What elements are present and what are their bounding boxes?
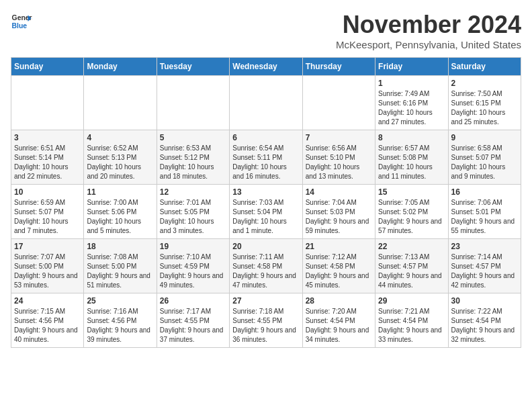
day-number: 8 — [378, 133, 445, 142]
week-row-2: 3Sunrise: 6:51 AM Sunset: 5:14 PM Daylig… — [11, 130, 521, 185]
day-number: 18 — [87, 242, 153, 251]
day-number: 27 — [232, 296, 299, 306]
day-info: Sunrise: 7:50 AM Sunset: 6:15 PM Dayligh… — [451, 89, 518, 127]
day-number: 19 — [160, 242, 226, 251]
day-cell: 12Sunrise: 7:01 AM Sunset: 5:05 PM Dayli… — [157, 185, 229, 239]
day-info: Sunrise: 7:15 AM Sunset: 4:56 PM Dayligh… — [14, 307, 81, 345]
day-info: Sunrise: 7:03 AM Sunset: 5:04 PM Dayligh… — [232, 198, 299, 236]
day-info: Sunrise: 7:16 AM Sunset: 4:56 PM Dayligh… — [87, 307, 153, 345]
day-info: Sunrise: 6:53 AM Sunset: 5:12 PM Dayligh… — [160, 144, 226, 181]
location-title: McKeesport, Pennsylvania, United States — [336, 39, 521, 50]
day-number: 22 — [378, 242, 445, 251]
day-number: 11 — [87, 187, 153, 197]
day-cell: 5Sunrise: 6:53 AM Sunset: 5:12 PM Daylig… — [157, 130, 229, 185]
day-number: 2 — [451, 79, 518, 88]
day-info: Sunrise: 7:17 AM Sunset: 4:55 PM Dayligh… — [160, 307, 226, 345]
day-cell: 3Sunrise: 6:51 AM Sunset: 5:14 PM Daylig… — [11, 130, 84, 185]
week-row-3: 10Sunrise: 6:59 AM Sunset: 5:07 PM Dayli… — [11, 185, 521, 239]
day-number: 6 — [232, 133, 299, 142]
day-number: 12 — [160, 187, 226, 197]
day-number: 20 — [232, 242, 299, 251]
weekday-header-tuesday: Tuesday — [157, 58, 229, 76]
day-info: Sunrise: 7:00 AM Sunset: 5:06 PM Dayligh… — [87, 198, 153, 236]
day-info: Sunrise: 7:21 AM Sunset: 4:54 PM Dayligh… — [378, 307, 445, 345]
day-cell: 28Sunrise: 7:20 AM Sunset: 4:54 PM Dayli… — [302, 293, 375, 348]
day-info: Sunrise: 7:06 AM Sunset: 5:01 PM Dayligh… — [451, 198, 518, 236]
day-cell: 25Sunrise: 7:16 AM Sunset: 4:56 PM Dayli… — [84, 293, 157, 348]
month-title: November 2024 — [336, 11, 521, 39]
day-cell: 2Sunrise: 7:50 AM Sunset: 6:15 PM Daylig… — [448, 76, 521, 130]
weekday-header-thursday: Thursday — [302, 58, 375, 76]
day-info: Sunrise: 6:52 AM Sunset: 5:13 PM Dayligh… — [87, 144, 153, 181]
weekday-header-sunday: Sunday — [11, 58, 84, 76]
day-info: Sunrise: 6:51 AM Sunset: 5:14 PM Dayligh… — [14, 144, 81, 181]
day-number: 10 — [14, 187, 81, 197]
day-cell: 9Sunrise: 6:58 AM Sunset: 5:07 PM Daylig… — [448, 130, 521, 185]
day-cell: 15Sunrise: 7:05 AM Sunset: 5:02 PM Dayli… — [375, 185, 448, 239]
day-cell: 23Sunrise: 7:14 AM Sunset: 4:57 PM Dayli… — [448, 239, 521, 293]
day-info: Sunrise: 6:59 AM Sunset: 5:07 PM Dayligh… — [14, 198, 81, 236]
day-number: 9 — [451, 133, 518, 142]
day-info: Sunrise: 6:54 AM Sunset: 5:11 PM Dayligh… — [232, 144, 299, 181]
day-number: 14 — [306, 187, 372, 197]
day-cell: 11Sunrise: 7:00 AM Sunset: 5:06 PM Dayli… — [84, 185, 157, 239]
weekday-header-wednesday: Wednesday — [230, 58, 302, 76]
day-number: 21 — [306, 242, 372, 251]
logo: General Blue — [11, 11, 32, 32]
day-cell: 29Sunrise: 7:21 AM Sunset: 4:54 PM Dayli… — [375, 293, 448, 348]
day-number: 25 — [87, 296, 153, 306]
day-number: 13 — [232, 187, 299, 197]
day-cell: 8Sunrise: 6:57 AM Sunset: 5:08 PM Daylig… — [375, 130, 448, 185]
day-number: 4 — [87, 133, 153, 142]
day-cell: 21Sunrise: 7:12 AM Sunset: 4:58 PM Dayli… — [302, 239, 375, 293]
day-cell: 13Sunrise: 7:03 AM Sunset: 5:04 PM Dayli… — [230, 185, 302, 239]
day-info: Sunrise: 7:04 AM Sunset: 5:03 PM Dayligh… — [306, 198, 372, 236]
day-cell: 24Sunrise: 7:15 AM Sunset: 4:56 PM Dayli… — [11, 293, 84, 348]
day-number: 16 — [451, 187, 518, 197]
day-info: Sunrise: 7:10 AM Sunset: 4:59 PM Dayligh… — [160, 253, 226, 290]
day-cell: 16Sunrise: 7:06 AM Sunset: 5:01 PM Dayli… — [448, 185, 521, 239]
weekday-header-friday: Friday — [375, 58, 448, 76]
week-row-4: 17Sunrise: 7:07 AM Sunset: 5:00 PM Dayli… — [11, 239, 521, 293]
day-cell: 18Sunrise: 7:08 AM Sunset: 5:00 PM Dayli… — [84, 239, 157, 293]
svg-text:Blue: Blue — [12, 22, 28, 30]
day-cell — [157, 76, 229, 130]
day-cell: 7Sunrise: 6:56 AM Sunset: 5:10 PM Daylig… — [302, 130, 375, 185]
day-number: 5 — [160, 133, 226, 142]
day-cell: 4Sunrise: 6:52 AM Sunset: 5:13 PM Daylig… — [84, 130, 157, 185]
day-cell: 14Sunrise: 7:04 AM Sunset: 5:03 PM Dayli… — [302, 185, 375, 239]
day-info: Sunrise: 7:20 AM Sunset: 4:54 PM Dayligh… — [306, 307, 372, 345]
day-info: Sunrise: 6:56 AM Sunset: 5:10 PM Dayligh… — [306, 144, 372, 181]
day-cell — [302, 76, 375, 130]
day-info: Sunrise: 7:05 AM Sunset: 5:02 PM Dayligh… — [378, 198, 445, 236]
day-cell: 19Sunrise: 7:10 AM Sunset: 4:59 PM Dayli… — [157, 239, 229, 293]
day-cell: 10Sunrise: 6:59 AM Sunset: 5:07 PM Dayli… — [11, 185, 84, 239]
day-number: 15 — [378, 187, 445, 197]
day-info: Sunrise: 7:08 AM Sunset: 5:00 PM Dayligh… — [87, 253, 153, 290]
day-info: Sunrise: 7:07 AM Sunset: 5:00 PM Dayligh… — [14, 253, 81, 290]
day-number: 23 — [451, 242, 518, 251]
weekday-header-saturday: Saturday — [448, 58, 521, 76]
day-number: 29 — [378, 296, 445, 306]
day-info: Sunrise: 7:22 AM Sunset: 4:54 PM Dayligh… — [451, 307, 518, 345]
header: General Blue November 2024 McKeesport, P… — [11, 11, 521, 50]
day-number: 26 — [160, 296, 226, 306]
day-cell: 17Sunrise: 7:07 AM Sunset: 5:00 PM Dayli… — [11, 239, 84, 293]
day-cell: 22Sunrise: 7:13 AM Sunset: 4:57 PM Dayli… — [375, 239, 448, 293]
day-cell: 30Sunrise: 7:22 AM Sunset: 4:54 PM Dayli… — [448, 293, 521, 348]
day-number: 3 — [14, 133, 81, 142]
logo-icon: General Blue — [11, 11, 32, 32]
day-number: 7 — [306, 133, 372, 142]
day-number: 24 — [14, 296, 81, 306]
day-info: Sunrise: 7:11 AM Sunset: 4:58 PM Dayligh… — [232, 253, 299, 290]
day-cell — [84, 76, 157, 130]
day-cell: 6Sunrise: 6:54 AM Sunset: 5:11 PM Daylig… — [230, 130, 302, 185]
day-info: Sunrise: 7:14 AM Sunset: 4:57 PM Dayligh… — [451, 253, 518, 290]
day-info: Sunrise: 7:13 AM Sunset: 4:57 PM Dayligh… — [378, 253, 445, 290]
day-number: 17 — [14, 242, 81, 251]
title-area: November 2024 McKeesport, Pennsylvania, … — [336, 11, 521, 50]
day-info: Sunrise: 7:49 AM Sunset: 6:16 PM Dayligh… — [378, 89, 445, 127]
day-cell: 26Sunrise: 7:17 AM Sunset: 4:55 PM Dayli… — [157, 293, 229, 348]
day-info: Sunrise: 6:58 AM Sunset: 5:07 PM Dayligh… — [451, 144, 518, 181]
day-cell — [230, 76, 302, 130]
